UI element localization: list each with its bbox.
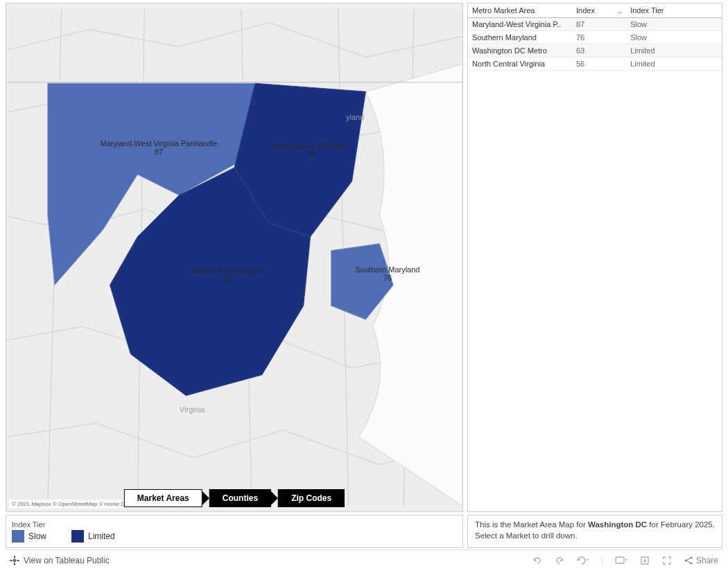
legend-title: Index Tier (12, 520, 457, 529)
legend-label: Slow (28, 531, 46, 541)
device-icon (614, 555, 628, 566)
data-table-panel: Metro Market Area Index .. Index Tier Ma… (467, 3, 722, 512)
share-button[interactable]: Share (684, 556, 718, 565)
col-extra[interactable]: .. (614, 3, 626, 18)
download-button[interactable] (639, 555, 650, 566)
fullscreen-icon (661, 555, 673, 566)
col-index[interactable]: Index (572, 3, 614, 18)
legend-panel: Index Tier Slow Limited (6, 515, 463, 548)
region-label-dcmetro: Washington DC Metro 63 (249, 142, 374, 159)
table-row[interactable]: Maryland-West Virginia P.. 87 Slow (468, 18, 722, 31)
table-row[interactable]: Southern Maryland 76 Slow (468, 31, 722, 44)
redo-icon (554, 555, 565, 566)
svg-rect-7 (616, 557, 624, 563)
table-row[interactable]: Washington DC Metro 63 Limited (468, 44, 722, 58)
svg-rect-3 (14, 563, 15, 565)
col-tier[interactable]: Index Tier (626, 3, 722, 18)
device-preview-button[interactable] (614, 555, 628, 566)
col-metro[interactable]: Metro Market Area (468, 3, 572, 18)
tableau-logo-icon (10, 556, 19, 565)
region-label-ncv: North Central Virginia 56 (159, 267, 297, 283)
legend-item-limited[interactable]: Limited (71, 530, 115, 543)
share-label: Share (696, 556, 718, 565)
region-label-mdwv: Maryland-West Virginia Panhandle 87 (76, 139, 242, 156)
desc-pre: This is the Market Area Map for (475, 520, 588, 529)
drill-counties[interactable]: Counties (209, 489, 271, 507)
share-icon (684, 556, 693, 565)
swatch-limited (71, 530, 84, 543)
legend-item-slow[interactable]: Slow (12, 530, 46, 543)
drill-arrow-icon (202, 491, 209, 505)
replay-icon (576, 555, 590, 566)
swatch-slow (12, 530, 24, 543)
svg-rect-1 (6, 82, 462, 82)
drill-nav: Market Areas Counties Zip Codes (124, 489, 345, 507)
drill-arrow-icon (271, 491, 278, 505)
replay-button[interactable] (576, 555, 590, 566)
region-label-smd: Southern Maryland 76 (332, 265, 443, 282)
view-on-tableau-label: View on Tableau Public (24, 556, 110, 565)
data-table: Metro Market Area Index .. Index Tier Ma… (468, 3, 722, 71)
legend-label: Limited (88, 531, 115, 541)
toolbar-divider: | (601, 556, 603, 565)
table-row[interactable]: North Central Virginia 56 Limited (468, 58, 722, 71)
svg-rect-5 (17, 560, 19, 561)
fullscreen-button[interactable] (661, 555, 673, 566)
basemap-lines (6, 3, 462, 511)
state-label-virginia: Virginia (180, 405, 205, 414)
undo-button[interactable] (532, 555, 543, 566)
desc-market: Washington DC (588, 520, 647, 529)
svg-rect-4 (10, 560, 12, 561)
drill-market-areas[interactable]: Market Areas (124, 489, 202, 507)
map-panel[interactable]: Maryland-West Virginia Panhandle 87 Wash… (6, 3, 463, 512)
drill-zip-codes[interactable]: Zip Codes (278, 489, 345, 507)
view-on-tableau-link[interactable]: View on Tableau Public (10, 556, 110, 565)
svg-rect-6 (13, 559, 16, 562)
redo-button[interactable] (554, 555, 565, 566)
description-panel: This is the Market Area Map for Washingt… (467, 515, 722, 548)
download-icon (639, 555, 650, 566)
undo-icon (532, 555, 543, 566)
state-label-maryland-partial: yland (346, 113, 364, 121)
tableau-toolbar: View on Tableau Public | Share (6, 549, 722, 570)
svg-rect-2 (14, 556, 15, 558)
